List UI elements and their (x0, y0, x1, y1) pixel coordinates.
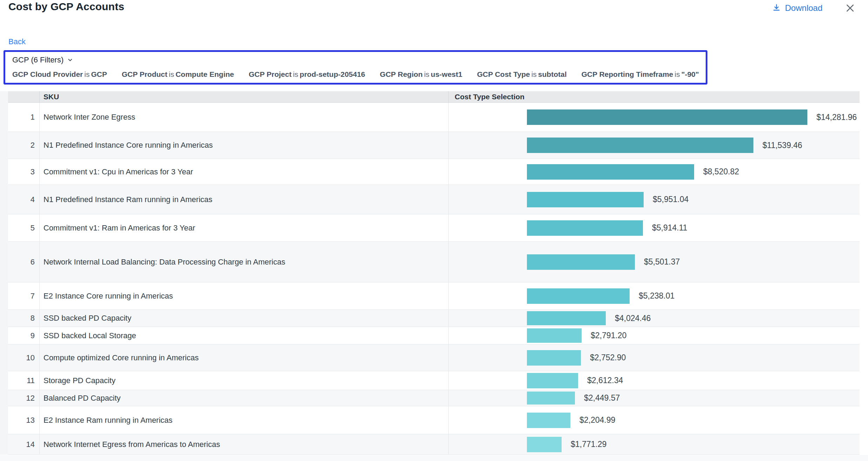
header-sku: SKU (39, 91, 448, 102)
table-row[interactable]: 2 N1 Predefined Instance Core running in… (8, 132, 860, 159)
page-title: Cost by GCP Accounts (8, 1, 124, 13)
row-rank: 2 (8, 132, 39, 159)
table-row[interactable]: 10 Compute optimized Core running in Ame… (8, 345, 860, 371)
cost-bar[interactable] (527, 437, 562, 452)
filter-field: GCP Project (249, 70, 291, 78)
row-sku-label: Network Internal Load Balancing: Data Pr… (39, 242, 448, 282)
cost-bar[interactable] (527, 413, 570, 428)
cost-bar[interactable] (527, 220, 643, 236)
row-rank: 4 (8, 185, 39, 214)
row-cost-cell: $5,951.04 (448, 185, 860, 214)
row-cost-cell: $2,204.99 (448, 406, 860, 434)
filter-chip[interactable]: GCP Projectisprod-setup-205416 (249, 70, 365, 79)
row-cost-cell: $2,752.90 (448, 345, 860, 371)
table-header-row: SKU Cost Type Selection (8, 91, 860, 103)
table-row[interactable]: 6 Network Internal Load Balancing: Data … (8, 242, 860, 282)
left-gutter (0, 91, 8, 455)
filter-chip[interactable]: GCP Cost Typeissubtotal (477, 70, 567, 79)
table-row[interactable]: 13 E2 Instance Ram running in Americas $… (8, 406, 860, 434)
row-rank: 7 (8, 282, 39, 309)
cost-value-label: $11,539.46 (762, 141, 802, 150)
filter-chip[interactable]: GCP Reporting Timeframeis"-90" (581, 70, 699, 79)
row-sku-label: Network Inter Zone Egress (39, 103, 448, 132)
table-row[interactable]: 8 SSD backed PD Capacity $4,024.46 (8, 310, 860, 327)
row-sku-label: SSD backed PD Capacity (39, 310, 448, 327)
row-rank: 5 (8, 214, 39, 241)
cost-value-label: $5,951.04 (653, 195, 689, 204)
table-row[interactable]: 3 Commitment v1: Cpu in Americas for 3 Y… (8, 159, 860, 185)
filter-chip[interactable]: GCP Regionisus-west1 (380, 70, 462, 79)
cost-bar[interactable] (527, 311, 606, 325)
table-row[interactable]: 9 SSD backed Local Storage $2,791.20 (8, 327, 860, 345)
cost-value-label: $14,281.96 (816, 113, 857, 122)
table-row[interactable]: 5 Commitment v1: Ram in Americas for 3 Y… (8, 214, 860, 242)
row-cost-cell: $2,612.34 (448, 371, 860, 390)
row-cost-cell: $5,501.37 (448, 242, 860, 282)
row-cost-cell: $14,281.96 (448, 103, 860, 132)
cost-value-label: $8,520.82 (703, 167, 739, 176)
close-button[interactable] (844, 2, 856, 14)
filter-operator: is (167, 70, 175, 78)
filter-chip[interactable]: GCP Cloud ProviderisGCP (12, 70, 107, 79)
filter-operator: is (673, 70, 681, 78)
close-icon (845, 3, 855, 13)
row-rank: 9 (8, 327, 39, 344)
row-sku-label: Commitment v1: Ram in Americas for 3 Yea… (39, 214, 448, 241)
row-rank: 6 (8, 242, 39, 282)
row-sku-label: N1 Predefined Instance Core running in A… (39, 132, 448, 159)
row-sku-label: Commitment v1: Cpu in Americas for 3 Yea… (39, 159, 448, 185)
cost-bar[interactable] (527, 392, 575, 405)
download-icon (772, 4, 781, 13)
table-row[interactable]: 4 N1 Predefined Instance Ram running in … (8, 185, 860, 214)
table-row[interactable]: 11 Storage PD Capacity $2,612.34 (8, 371, 860, 390)
filter-value: prod-setup-205416 (300, 70, 365, 78)
back-link[interactable]: Back (8, 37, 26, 46)
cost-bar[interactable] (527, 350, 581, 366)
cost-value-label: $2,752.90 (590, 353, 626, 362)
row-cost-cell: $1,771.29 (448, 434, 860, 454)
filter-value: GCP (91, 70, 107, 78)
filters-panel: GCP (6 Filters) GCP Cloud ProviderisGCP … (4, 50, 707, 85)
cost-bar[interactable] (527, 109, 807, 125)
filter-value: "-90" (681, 70, 699, 78)
cost-value-label: $2,449.57 (584, 393, 620, 403)
cost-bar[interactable] (527, 164, 694, 180)
cost-value-label: $5,238.01 (639, 291, 674, 301)
table-row[interactable]: 12 Balanced PD Capacity $2,449.57 (8, 390, 860, 406)
row-cost-cell: $4,024.46 (448, 310, 860, 327)
filters-summary-label: GCP (6 Filters) (12, 55, 63, 65)
filter-value: us-west1 (431, 70, 462, 78)
table-row[interactable]: 1 Network Inter Zone Egress $14,281.96 (8, 103, 860, 132)
cost-bar[interactable] (527, 138, 753, 153)
table-row[interactable]: 14 Network Internet Egress from Americas… (8, 434, 860, 455)
row-cost-cell: $8,520.82 (448, 159, 860, 185)
row-sku-label: Balanced PD Capacity (39, 390, 448, 406)
table-body: 1 Network Inter Zone Egress $14,281.96 2… (8, 103, 860, 455)
cost-bar[interactable] (527, 192, 644, 207)
cost-bar[interactable] (527, 288, 630, 304)
filter-field: GCP Reporting Timeframe (581, 70, 673, 78)
header-rank (8, 91, 39, 102)
cost-bar[interactable] (527, 328, 582, 343)
table-row[interactable]: 7 E2 Instance Core running in Americas $… (8, 282, 860, 310)
row-sku-label: E2 Instance Ram running in Americas (39, 406, 448, 434)
filter-value: subtotal (538, 70, 567, 78)
cost-bar[interactable] (527, 373, 578, 388)
filters-summary-dropdown[interactable]: GCP (6 Filters) (12, 55, 73, 65)
filter-chip[interactable]: GCP ProductisCompute Engine (122, 70, 234, 79)
filter-field: GCP Product (122, 70, 167, 78)
row-sku-label: N1 Predefined Instance Ram running in Am… (39, 185, 448, 214)
filter-field: GCP Cost Type (477, 70, 530, 78)
cost-value-label: $2,791.20 (591, 331, 626, 340)
cost-value-label: $5,501.37 (644, 257, 680, 267)
download-button[interactable]: Download (772, 3, 822, 13)
row-sku-label: Storage PD Capacity (39, 371, 448, 390)
row-rank: 10 (8, 345, 39, 371)
row-rank: 12 (8, 390, 39, 406)
row-rank: 11 (8, 371, 39, 390)
cost-bar[interactable] (527, 254, 635, 270)
row-sku-label: E2 Instance Core running in Americas (39, 282, 448, 309)
row-rank: 1 (8, 103, 39, 132)
filter-field: GCP Region (380, 70, 423, 78)
filter-operator: is (83, 70, 91, 78)
